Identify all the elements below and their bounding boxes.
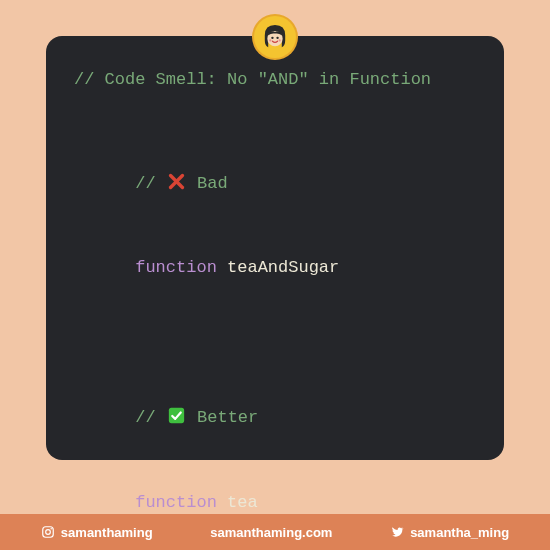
svg-point-4 — [279, 39, 281, 41]
code-card: // Code Smell: No "AND" in Function // B… — [46, 36, 504, 460]
instagram-icon — [41, 525, 55, 539]
svg-point-3 — [269, 39, 271, 41]
bad-comment: // Bad — [74, 142, 478, 226]
better-code-line-1: function tea — [74, 460, 478, 544]
svg-point-1 — [271, 37, 273, 39]
check-mark-icon — [168, 406, 185, 423]
avatar-illustration-icon — [258, 20, 292, 54]
better-code-line-2: function sugar — [74, 545, 478, 550]
svg-point-2 — [276, 37, 278, 39]
svg-point-10 — [50, 528, 52, 530]
bad-code-line: function teaAndSugar — [74, 226, 478, 310]
svg-rect-7 — [169, 408, 184, 423]
svg-point-9 — [46, 530, 51, 535]
better-comment: // Better — [74, 376, 478, 460]
title-comment: // Code Smell: No "AND" in Function — [74, 66, 478, 94]
cross-mark-icon — [168, 172, 185, 189]
author-avatar — [254, 16, 296, 58]
